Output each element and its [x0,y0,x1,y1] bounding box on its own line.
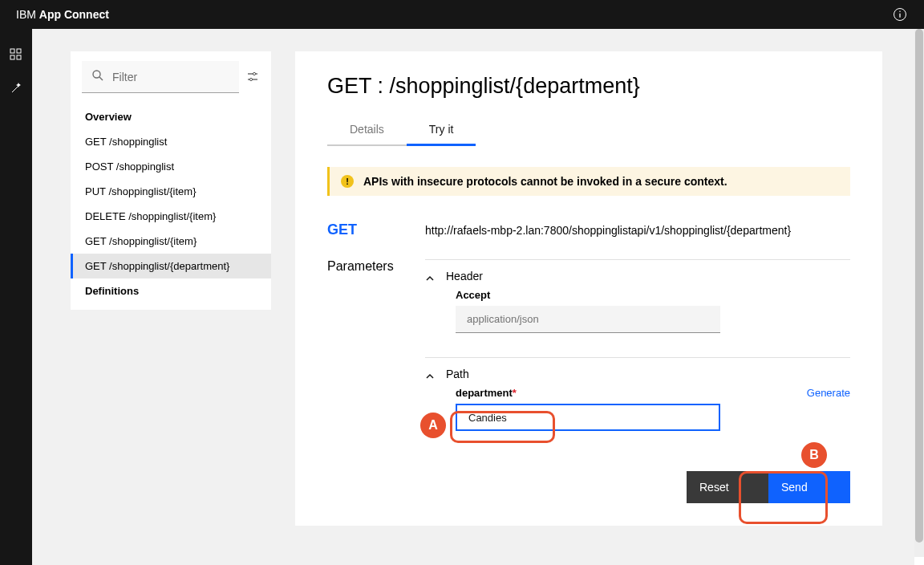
svg-point-7 [93,71,100,78]
search-icon [91,69,104,84]
generate-link[interactable]: Generate [807,387,850,399]
button-row: Reset Send [425,471,850,503]
svg-point-10 [253,72,255,75]
accept-label: Accept [456,289,850,301]
tab-tryit[interactable]: Try it [407,115,476,146]
title-bold: App Connect [39,8,109,21]
info-icon[interactable] [892,6,908,22]
svg-rect-2 [899,11,900,12]
param-path-head[interactable]: Path [425,366,850,382]
http-method: GET [327,222,425,238]
tabs: Details Try it [327,115,850,146]
filter-placeholder: Filter [112,71,137,83]
magic-icon[interactable] [10,82,22,98]
nav-item-2[interactable]: PUT /shoppinglist/{item} [71,179,271,204]
nav-item-4[interactable]: GET /shoppinglist/{item} [71,229,271,254]
main-area: Filter Overview GET /shoppinglist POST /… [32,29,914,565]
department-label-row: department* Generate [456,387,850,399]
filter-row: Filter [71,51,271,104]
svg-rect-6 [17,55,21,59]
top-bar: IBM App Connect [0,0,924,29]
nav-item-0[interactable]: GET /shoppinglist [71,129,271,154]
path-title: Path [446,368,469,380]
detail-card: GET : /shoppinglist/{department} Details… [295,51,882,526]
department-input[interactable] [456,404,720,431]
send-button[interactable]: Send [768,471,850,503]
chevron-up-icon [425,370,433,378]
param-path: Path department* Generate [425,357,850,439]
param-header: Header Accept [425,259,850,341]
nav-item-3[interactable]: DELETE /shoppinglist/{item} [71,204,271,229]
required-star: * [513,387,517,399]
sidebar-rail [0,29,32,565]
svg-rect-1 [899,14,900,18]
svg-point-12 [249,78,252,80]
reset-button[interactable]: Reset [687,471,768,503]
nav-item-1[interactable]: POST /shoppinglist [71,154,271,179]
svg-rect-3 [10,49,14,53]
svg-rect-5 [10,55,14,59]
endpoint-url: http://rafaels-mbp-2.lan:7800/shoppingli… [425,224,791,237]
scrollbar-track[interactable] [914,29,924,557]
endpoint-row: GET http://rafaels-mbp-2.lan:7800/shoppi… [327,222,850,238]
parameters-content: Header Accept Path [425,259,850,503]
svg-line-8 [99,77,103,80]
nav-group: Overview GET /shoppinglist POST /shoppin… [71,104,271,310]
nav-definitions[interactable]: Definitions [71,278,271,303]
warning-alert: ! APIs with insecure protocols cannot be… [327,167,850,196]
parameters-section: Parameters Header Accept [327,259,850,503]
dashboard-icon[interactable] [10,48,22,64]
accept-input[interactable] [456,306,720,333]
nav-overview[interactable]: Overview [71,104,271,129]
param-header-head[interactable]: Header [425,268,850,284]
chevron-up-icon [425,272,433,280]
page-title: GET : /shoppinglist/{department} [327,74,850,99]
app-title: IBM App Connect [16,8,109,21]
scrollbar-thumb[interactable] [915,29,923,543]
tab-details[interactable]: Details [327,115,407,146]
title-light: IBM [16,8,39,21]
nav-item-5[interactable]: GET /shoppinglist/{department} [71,254,271,278]
navigator-card: Filter Overview GET /shoppinglist POST /… [71,51,271,310]
header-title: Header [446,270,483,282]
path-body: department* Generate [425,382,850,431]
svg-rect-4 [17,49,21,53]
warning-icon: ! [341,175,354,188]
department-label: department [456,387,513,399]
filter-input[interactable]: Filter [82,61,239,93]
header-body: Accept [425,284,850,333]
parameters-label: Parameters [327,259,425,503]
filter-settings-icon[interactable] [245,70,260,84]
alert-text: APIs with insecure protocols cannot be i… [363,175,727,188]
